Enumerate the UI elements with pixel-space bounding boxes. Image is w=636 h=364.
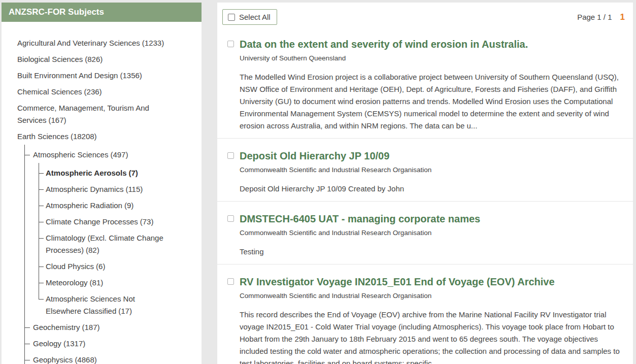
facet-link-geophysics[interactable]: Geophysics(4868) — [33, 355, 97, 364]
facet-link-cloud-physics[interactable]: Cloud Physics(6) — [46, 262, 105, 271]
facet-label: Geochemistry — [33, 323, 80, 332]
facet-label: Built Environment And Design — [17, 71, 118, 80]
facet-label: Chemical Sciences — [17, 87, 82, 96]
facet-item: Meteorology(81) — [39, 275, 177, 291]
facet-label: Earth Sciences — [17, 132, 69, 141]
result-organisation: University of Southern Queensland — [240, 54, 624, 62]
facet-count: (1233) — [142, 39, 164, 47]
facet-count: (167) — [49, 116, 66, 124]
facet-count: (115) — [125, 185, 143, 193]
facet-item: Climatology (Excl. Climate Change Proces… — [39, 230, 177, 258]
facet-count: (236) — [84, 87, 102, 96]
facet-link-geochemistry[interactable]: Geochemistry(187) — [33, 323, 100, 332]
facet-label: Atmospheric Radiation — [46, 201, 122, 210]
facet-label: Geophysics — [33, 355, 73, 364]
facet-link-earth-sciences[interactable]: Earth Sciences(18208) — [17, 132, 97, 141]
result-row: RV Investigator Voyage IN2015_E01 End of… — [217, 264, 633, 364]
facet-item-atmospheric-aerosols-selected: Atmospheric Aerosols(7) — [39, 165, 177, 181]
facet-link-atmospheric-aerosols[interactable]: Atmospheric Aerosols(7) — [46, 169, 138, 177]
result-row: Data on the extent and severity of wind … — [217, 27, 633, 139]
facet-label: Atmospheric Sciences — [33, 150, 108, 159]
facet-count: (1317) — [63, 339, 85, 348]
search-results-panel: Select All Page 1 / 1 1 Data on the exte… — [217, 3, 633, 364]
facet-item: Atmospheric Dynamics(115) — [39, 181, 177, 197]
facet-count: (6) — [96, 262, 105, 271]
facet-item: Chemical Sciences(236) — [17, 84, 202, 100]
facet-link-geology[interactable]: Geology(1317) — [33, 339, 85, 348]
facet-item: Built Environment And Design(1356) — [17, 68, 202, 84]
facet-label: Cloud Physics — [46, 262, 94, 271]
select-all-button[interactable]: Select All — [222, 9, 277, 25]
facet-item: Agricultural And Veterinary Sciences(123… — [17, 35, 202, 51]
subject-facet-list: Agricultural And Veterinary Sciences(123… — [2, 22, 202, 364]
facet-count: (826) — [85, 55, 103, 63]
result-checkbox[interactable] — [227, 41, 234, 47]
facet-label: Meteorology — [46, 278, 88, 287]
result-body: Data on the extent and severity of wind … — [240, 38, 624, 132]
result-organisation: Commonwealth Scientific and Industrial R… — [240, 166, 624, 174]
result-checkbox[interactable] — [227, 278, 234, 285]
facet-label: Commerce, Management, Tourism And Servic… — [17, 104, 149, 124]
facet-count: (17) — [118, 307, 132, 315]
result-checkbox[interactable] — [227, 215, 234, 222]
result-description: The Modelled Wind Erosion project is a c… — [240, 71, 624, 132]
page-count-label: Page 1 / 1 — [577, 13, 612, 21]
facet-item-earth-sciences: Earth Sciences(18208) Atmospheric Scienc… — [17, 128, 202, 364]
facet-label: Agricultural And Veterinary Sciences — [17, 39, 140, 47]
result-title-link[interactable]: RV Investigator Voyage IN2015_E01 End of… — [240, 275, 555, 288]
facet-count: (82) — [86, 246, 99, 254]
result-title-link[interactable]: Data on the extent and severity of wind … — [240, 38, 528, 51]
page-number-link[interactable]: 1 — [620, 12, 625, 22]
result-organisation: Commonwealth Scientific and Industrial R… — [240, 291, 624, 300]
facet-count: (497) — [110, 150, 128, 159]
result-row: Deposit Old Hierarchy JP 10/09 Commonwea… — [217, 139, 633, 202]
facet-count: (81) — [90, 278, 104, 287]
facet-link-climate-change-processes[interactable]: Climate Change Processes(73) — [46, 217, 153, 226]
facet-link-commerce[interactable]: Commerce, Management, Tourism And Servic… — [17, 104, 149, 124]
facet-label: Biological Sciences — [17, 55, 83, 63]
facet-count: (7) — [129, 169, 138, 177]
facet-label: Climate Change Processes — [46, 217, 138, 226]
facet-label: Atmospheric Dynamics — [46, 185, 123, 193]
facet-link-meteorology[interactable]: Meteorology(81) — [46, 278, 103, 287]
facet-panel-title: ANZSRC-FOR Subjects — [2, 3, 202, 22]
facet-item: Cloud Physics(6) — [39, 258, 177, 275]
result-checkbox[interactable] — [227, 152, 234, 159]
facet-link-atmospheric-radiation[interactable]: Atmospheric Radiation(9) — [46, 201, 133, 210]
earth-sciences-subtree: Atmospheric Sciences(497) Atmospheric Ae… — [24, 147, 187, 364]
result-body: RV Investigator Voyage IN2015_E01 End of… — [240, 275, 624, 364]
facet-item: Commerce, Management, Tourism And Servic… — [17, 100, 202, 128]
facet-item: Biological Sciences(826) — [17, 51, 202, 68]
atmospheric-sciences-subtree: Atmospheric Aerosols(7) Atmospheric Dyna… — [39, 165, 177, 319]
anzsrc-for-facet-panel: ANZSRC-FOR Subjects Agricultural And Vet… — [2, 3, 202, 364]
facet-link-climatology[interactable]: Climatology (Excl. Climate Change Proces… — [46, 234, 163, 254]
facet-count: (4868) — [75, 355, 96, 364]
result-description: This record describes the End of Voyage … — [240, 309, 624, 364]
facet-label: Atmospheric Aerosols — [46, 169, 127, 177]
result-title-link[interactable]: Deposit Old Hierarchy JP 10/09 — [240, 149, 389, 162]
facet-count: (187) — [82, 323, 100, 332]
result-description: Testing — [240, 246, 624, 258]
facet-link-built-environment[interactable]: Built Environment And Design(1356) — [17, 71, 142, 80]
facet-link-atmospheric-dynamics[interactable]: Atmospheric Dynamics(115) — [46, 185, 143, 193]
facet-link-chemical[interactable]: Chemical Sciences(236) — [17, 87, 102, 96]
facet-item: Atmospheric Sciences Not Elsewhere Class… — [39, 291, 177, 319]
result-title-link[interactable]: DMSTECH-6405 UAT - managing corporate na… — [240, 212, 480, 225]
select-all-checkbox-icon[interactable] — [228, 14, 235, 21]
facet-item: Geophysics(4868) — [24, 352, 187, 364]
facet-link-atmospheric-nec[interactable]: Atmospheric Sciences Not Elsewhere Class… — [46, 294, 135, 315]
result-description: Deposit Old Hierarchy JP 10/09 Created b… — [240, 183, 624, 195]
results-toolbar: Select All Page 1 / 1 1 — [217, 3, 633, 27]
facet-link-atmospheric-sciences[interactable]: Atmospheric Sciences(497) — [33, 150, 128, 159]
facet-count: (18208) — [71, 132, 97, 141]
facet-item: Geology(1317) — [24, 336, 187, 352]
facet-count: (73) — [140, 217, 154, 226]
facet-label: Climatology (Excl. Climate Change Proces… — [46, 234, 163, 254]
facet-item: Geochemistry(187) — [24, 319, 187, 336]
facet-link-agricultural[interactable]: Agricultural And Veterinary Sciences(123… — [17, 39, 164, 47]
facet-count: (1356) — [120, 71, 142, 80]
facet-link-biological[interactable]: Biological Sciences(826) — [17, 55, 103, 63]
facet-item: Climate Change Processes(73) — [39, 214, 177, 230]
pagination: Page 1 / 1 1 — [577, 12, 625, 22]
result-body: Deposit Old Hierarchy JP 10/09 Commonwea… — [240, 149, 624, 195]
